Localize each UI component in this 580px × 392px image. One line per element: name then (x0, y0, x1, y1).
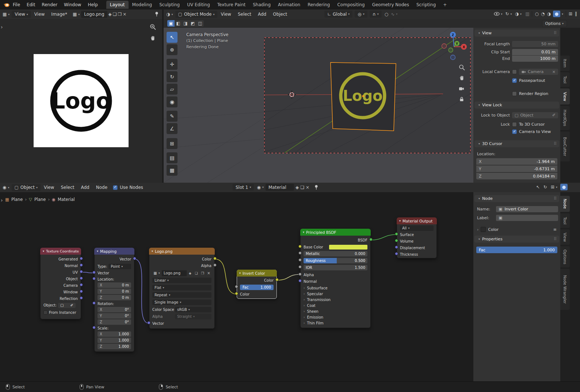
shading-solid-icon[interactable]: ◔ (541, 11, 545, 16)
socket-normal-output[interactable] (80, 263, 83, 267)
to-3d-cursor-checkbox[interactable] (512, 122, 517, 127)
node-principled-bsdf[interactable]: ▾ Principled BSDF BSDF Base Color Metall… (300, 229, 371, 328)
tab-options[interactable]: Options (560, 246, 570, 267)
panel-thin-film[interactable]: Thin Film (307, 321, 324, 325)
select-menu[interactable]: Select (234, 12, 255, 17)
cursor-z-field[interactable]: Z 0.04184 m (476, 173, 557, 179)
panel-grip-icon[interactable]: ⠿ (554, 31, 557, 35)
menu-render[interactable]: Render (38, 2, 61, 7)
quad-view-icon[interactable]: ⊞ (569, 11, 572, 16)
node-node-menu[interactable]: Node (93, 185, 111, 190)
rotation-z-field[interactable]: Z0° (98, 319, 131, 325)
node-label-field[interactable]: ▣ (496, 215, 558, 221)
clip-end-field[interactable]: 1000 m (512, 56, 558, 62)
breadcrumb-data[interactable]: Plane (34, 197, 46, 202)
eyedropper-icon[interactable]: ✐ (70, 303, 73, 307)
tool-measure[interactable]: ∠ (167, 123, 178, 134)
focal-length-field[interactable]: 50 mm (512, 41, 558, 47)
panel-coat[interactable]: Coat (307, 304, 316, 308)
gizmo-x-negative[interactable] (442, 44, 447, 49)
node-image-texture[interactable]: ▾ Logo.png Color Alpha ▦▾ Logo.png ◈ ❏ ❒… (149, 248, 215, 329)
rotation-x-field[interactable]: X0° (98, 307, 131, 312)
menu-help[interactable]: Help (84, 2, 101, 7)
socket-surface-input[interactable] (395, 232, 398, 236)
panel-transmission[interactable]: Transmission (307, 298, 331, 302)
menu-edit[interactable]: Edit (23, 2, 38, 7)
metallic-slider[interactable]: Metallic0.000 (304, 251, 367, 256)
tab-item[interactable]: Item (560, 56, 570, 71)
tab-tool[interactable]: Tool (560, 72, 570, 87)
image-mode-dropdown[interactable]: View▾ (12, 11, 31, 18)
socket-vector-input[interactable] (147, 321, 150, 324)
image-menu-image[interactable]: Image* (48, 12, 70, 17)
image-name-field[interactable]: Logo.png (162, 270, 187, 276)
shading-rendered-icon[interactable]: ● (553, 11, 560, 17)
workspace-tab-geometry-nodes[interactable]: Geometry Nodes (369, 1, 413, 9)
node-header-image-texture[interactable]: ▾ Logo.png (149, 248, 215, 255)
image-menu-view[interactable]: View (31, 12, 48, 17)
scale-x-field[interactable]: X1.000 (98, 331, 131, 337)
editor-type-image-icon[interactable]: ▦▾ (3, 12, 9, 17)
image-datablock-name[interactable]: Logo.png (81, 11, 107, 18)
open-image-icon[interactable]: ❒ (200, 270, 205, 276)
cursor-section-header[interactable]: ▾ 3D Cursor ⠿ (474, 140, 559, 147)
node-header-invert-color[interactable]: ▾ Invert Color (237, 270, 277, 277)
properties-fac-slider[interactable]: Fac 1.000 (476, 247, 557, 253)
slot-dropdown[interactable]: Slot 1▾ (233, 184, 254, 191)
panel-subsurface[interactable]: Subsurface (307, 286, 328, 290)
cursor-y-field[interactable]: Y -0.6731 m (476, 165, 557, 172)
socket-color-output[interactable] (275, 278, 279, 281)
socket-uv-output[interactable] (80, 270, 83, 273)
collapse-icon[interactable]: ▾ (152, 250, 153, 253)
shader-type-dropdown[interactable]: ▢Object▾ (12, 184, 41, 191)
open-image-icon[interactable]: ❒ (118, 12, 122, 17)
workspace-tab-sculpting[interactable]: Sculpting (156, 1, 183, 9)
socket-color-input[interactable] (235, 292, 238, 295)
socket-location-input[interactable] (92, 277, 96, 280)
select-mode-subtract-icon[interactable]: ◨ (182, 20, 189, 27)
collapse-icon[interactable]: ▾ (239, 271, 241, 275)
browse-image-icon[interactable]: ▦▾ (152, 270, 161, 276)
tool-transform[interactable]: ◉ (167, 96, 178, 107)
workspace-tab-layout[interactable]: Layout (106, 1, 129, 9)
snapping-dropdown[interactable]: ⊞▾ (551, 184, 557, 190)
tool-annotate[interactable]: ✎ (167, 111, 178, 122)
workspace-tab-modeling[interactable]: Modeling (129, 1, 156, 9)
passepartout-checkbox[interactable] (512, 78, 517, 83)
select-mode-new-icon[interactable]: ▣ (167, 20, 175, 27)
node-header-texture-coordinate[interactable]: ▾ Texture Coordinate (40, 248, 81, 255)
proportional-editing-toggle[interactable]: ○ (385, 12, 388, 17)
base-color-swatch[interactable] (329, 245, 367, 250)
visibility-dropdown[interactable]: ▾ (494, 12, 503, 16)
panel-grip-icon[interactable]: ⠿ (554, 237, 557, 241)
pin-icon[interactable] (314, 185, 318, 190)
select-mode-invert-icon[interactable]: ◩ (189, 20, 196, 27)
workspace-tab-scripting[interactable]: Scripting (413, 1, 439, 9)
local-camera-checkbox[interactable] (512, 69, 517, 74)
split-area-icon[interactable]: ‖ (575, 11, 577, 16)
socket-base-color-input[interactable] (298, 245, 302, 248)
node-mapping[interactable]: ▾ Mapping Vector Type: Point▾ Vector Loc… (94, 248, 134, 352)
workspace-tab-animation[interactable]: Animation (274, 1, 304, 9)
gizmos-dropdown[interactable]: ↻▾ (505, 11, 512, 16)
breadcrumb-material[interactable]: Material (58, 197, 75, 202)
output-target-dropdown[interactable]: All▾ (400, 225, 434, 231)
mapping-type-dropdown[interactable]: Point▾ (108, 264, 131, 269)
tool-add-cube[interactable]: ⊞ (167, 138, 178, 149)
interpolation-dropdown[interactable]: Linear▾ (152, 278, 211, 283)
viewport-pan-hand-icon[interactable] (459, 75, 465, 81)
node-add-menu[interactable]: Add (77, 185, 92, 190)
socket-metallic-input[interactable] (298, 251, 302, 255)
scale-y-field[interactable]: Y1.000 (98, 338, 131, 343)
clip-start-field[interactable]: 0.01 m (512, 49, 558, 55)
colorspace-dropdown[interactable]: sRGB▾ (175, 307, 211, 312)
tool-cursor[interactable]: ⊕ (167, 44, 178, 55)
node-header-mapping[interactable]: ▾ Mapping (94, 248, 134, 255)
duplicate-image-icon[interactable]: ❏ (194, 270, 199, 276)
refresh-icon[interactable]: ↻ (543, 184, 547, 190)
rotation-y-field[interactable]: Y0° (98, 313, 131, 319)
view-section-header[interactable]: ▾ View ⠿ (474, 30, 559, 37)
browse-image-icon[interactable]: ▦▾ (73, 12, 80, 17)
object-menu[interactable]: Object (270, 12, 290, 17)
socket-camera-output[interactable] (80, 283, 83, 286)
